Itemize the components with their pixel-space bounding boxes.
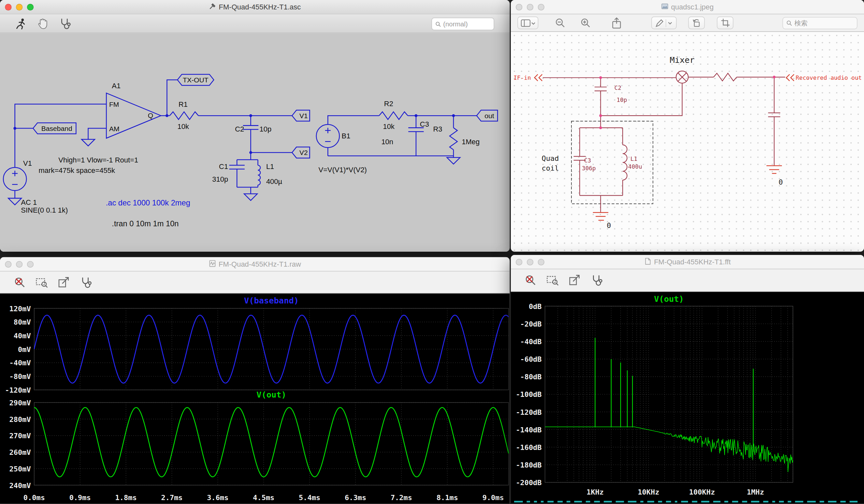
mixer-label: Mixer (670, 55, 695, 65)
minimize-button[interactable] (527, 259, 533, 265)
zoom-rect-icon[interactable] (546, 274, 560, 287)
inductor-l1[interactable]: L1 400µ (258, 162, 283, 186)
view-sidebar-button[interactable] (517, 16, 538, 29)
l1-ref: L1 (266, 162, 274, 171)
schematic-titlebar[interactable]: FM-Quad-455KHz-T1.asc (0, 0, 509, 14)
zoom-window-button[interactable] (538, 259, 544, 265)
svg-text:6.3ms: 6.3ms (345, 494, 366, 502)
fft-plot[interactable]: 0dB-20dB-40dB-60dB-80dB-100dB-120dB-140d… (511, 292, 864, 504)
fft-titlebar[interactable]: FM-Quad-455KHz-T1.fft (511, 255, 864, 269)
c2-value: 10p (617, 97, 627, 103)
capacitor-c2[interactable]: C2 10p (235, 125, 272, 133)
net-flag-v2[interactable]: V2 (292, 147, 310, 158)
c2-ref: C2 (614, 85, 621, 91)
svg-text:120mV: 120mV (10, 305, 31, 313)
svg-text:100KHz: 100KHz (689, 488, 715, 496)
waveform-plot[interactable]: 120mV80mV40mV0mV-40mV-80mV-120mVV(baseba… (0, 293, 509, 504)
svg-text:-80dB: -80dB (520, 373, 541, 381)
preview-search-input[interactable] (794, 19, 854, 27)
svg-text:1MHz: 1MHz (747, 488, 764, 496)
svg-text:0.0ms: 0.0ms (23, 494, 45, 502)
resistor-r3[interactable]: R3 1Meg (433, 125, 480, 150)
svg-text:-20dB: -20dB (520, 320, 541, 328)
probe-icon[interactable] (58, 17, 72, 30)
close-button[interactable] (516, 259, 522, 265)
spice-directive-ac[interactable]: .ac dec 1000 100k 2meg (106, 199, 190, 207)
spice-directive-tran[interactable]: .tran 0 10m 1m 10n (112, 219, 179, 228)
search-icon (435, 21, 441, 27)
minimize-button[interactable] (16, 4, 23, 10)
scanned-image-view[interactable]: Mixer IF-in Recovered audio out C2 10p Q… (511, 32, 864, 252)
capacitor-c1[interactable]: C1 310p (212, 162, 245, 183)
net-flag-v1[interactable]: V1 (292, 110, 310, 121)
run-icon[interactable] (14, 17, 28, 30)
resistor-r1[interactable]: R1 10k (170, 100, 199, 131)
zoom-cancel-icon[interactable] (524, 274, 537, 287)
bsource-b1[interactable]: B1 V=V(V1)*V(V2) (316, 124, 367, 174)
svg-text:0dB: 0dB (529, 303, 542, 311)
svg-text:8.1ms: 8.1ms (436, 494, 458, 502)
a1-pin-fm: FM (109, 101, 119, 108)
markup-pen-button[interactable] (651, 16, 677, 29)
zoom-in-icon[interactable] (580, 17, 591, 29)
net-flag-txout[interactable]: TX-OUT (178, 74, 214, 85)
window-title: FM-Quad-455KHz-T1.raw (219, 260, 301, 268)
rotate-icon[interactable] (688, 16, 705, 29)
b1-ref: B1 (342, 132, 350, 140)
export-plot-icon[interactable] (57, 276, 71, 289)
zoom-rect-icon[interactable] (35, 276, 49, 289)
waveform-plot-area[interactable]: 120mV80mV40mV0mV-40mV-80mV-120mVV(baseba… (0, 293, 509, 504)
zoom-window-button[interactable] (538, 4, 544, 10)
close-button[interactable] (516, 4, 522, 10)
zoom-window-button[interactable] (27, 4, 34, 10)
resistor-r2[interactable]: R2 10k (379, 100, 408, 130)
schematic-search-input[interactable] (443, 20, 490, 28)
svg-text:-40dB: -40dB (520, 337, 541, 346)
traffic-lights (516, 4, 544, 10)
window-title: FM-Quad-455KHz-T1.asc (219, 3, 301, 11)
svg-text:40mV: 40mV (14, 332, 31, 340)
a1-pin-q: Q (148, 112, 153, 119)
schematic-search-field[interactable] (431, 17, 494, 30)
share-icon[interactable] (611, 16, 622, 30)
zoom-out-icon[interactable] (555, 17, 566, 29)
desktop: FM-Quad-455KHz-T1.asc (0, 0, 864, 504)
window-title: FM-Quad-455KHz-T1.fft (654, 258, 730, 266)
minimize-button[interactable] (16, 261, 23, 268)
preview-titlebar[interactable]: quadsc1.jpeg (511, 0, 864, 14)
scanned-schematic: Mixer IF-in Recovered audio out C2 10p Q… (511, 32, 864, 252)
hand-icon[interactable] (36, 17, 50, 30)
svg-text:260mV: 260mV (10, 448, 31, 456)
zoom-cancel-icon[interactable] (13, 276, 27, 289)
ground-label-left: 0 (607, 221, 611, 230)
traffic-lights (516, 259, 544, 265)
crop-icon[interactable] (717, 16, 733, 29)
if-in-label: IF-in (514, 75, 531, 81)
close-button[interactable] (5, 4, 11, 10)
svg-text:1KHz: 1KHz (586, 488, 604, 496)
waveform-titlebar[interactable]: FM-Quad-455KHz-T1.raw (0, 257, 509, 272)
probe-icon[interactable] (80, 276, 93, 289)
l1-ref: L1 (631, 156, 637, 162)
schematic-canvas[interactable]: A1 FM AM Q R1 10k (0, 33, 509, 251)
net-flag-out[interactable]: out (477, 110, 497, 121)
fft-plot-area[interactable]: 0dB-20dB-40dB-60dB-80dB-100dB-120dB-140d… (511, 292, 864, 504)
close-button[interactable] (5, 261, 11, 268)
svg-text:7.2ms: 7.2ms (391, 494, 412, 502)
quad-coil-box (572, 121, 653, 204)
probe-icon[interactable] (590, 274, 603, 287)
export-plot-icon[interactable] (568, 274, 581, 287)
preview-search-field[interactable] (782, 17, 857, 29)
zoom-window-button[interactable] (27, 261, 34, 268)
ltspice-fft-window: FM-Quad-455KHz-T1.fft 0dB-20dB-40dB-60dB… (511, 255, 864, 504)
waveform-toolbar (0, 272, 509, 294)
ltspice-waveform-window: FM-Quad-455KHz-T1.raw 120mV80mV40mV0mV-4… (0, 257, 509, 504)
a1-params-line1[interactable]: Vhigh=1 Vlow=-1 Rout=1 (58, 156, 138, 164)
svg-text:V2: V2 (299, 149, 308, 156)
c3-ref: C3 (584, 157, 591, 164)
net-flag-baseband[interactable]: Baseband (33, 123, 76, 134)
minimize-button[interactable] (527, 4, 533, 10)
modulator-a1[interactable]: A1 FM AM Q (106, 82, 160, 138)
quad-coil-label-1: Quad (542, 154, 559, 162)
a1-params-line2[interactable]: mark=475k space=455k (38, 167, 115, 174)
